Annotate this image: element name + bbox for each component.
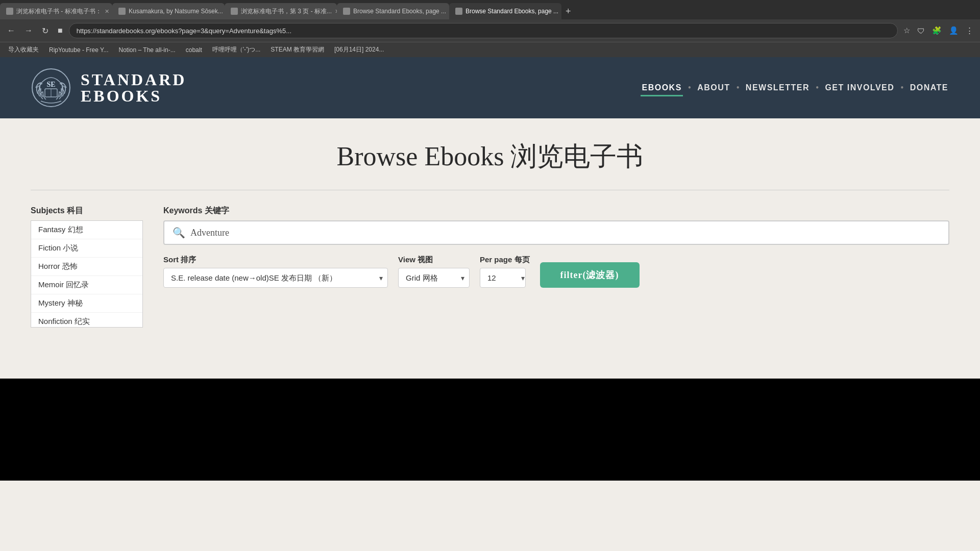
nav-dot-2: •	[737, 83, 740, 93]
nav-get-involved[interactable]: GET INVOLVED	[824, 81, 895, 94]
divider	[31, 190, 949, 190]
tab-favicon-3	[231, 8, 238, 15]
forward-button[interactable]: →	[21, 24, 36, 37]
browser-tab-1[interactable]: 浏览标准电子书 - 标准电子书： ✕	[0, 3, 112, 19]
nav-dot-4: •	[900, 83, 903, 93]
bookmarks-bar: 导入收藏夹 RipYoutube - Free Y... Notion – Th…	[0, 42, 980, 57]
sort-select[interactable]: S.E. release date (new→old)SE 发布日期 （新） S…	[163, 268, 388, 288]
nav-ebooks[interactable]: EBOOKS	[641, 81, 682, 94]
keywords-label: Keywords 关键字	[163, 206, 949, 216]
tab-label-1: 浏览标准电子书 - 标准电子书：	[16, 7, 102, 16]
menu-button[interactable]: ⋮	[963, 24, 976, 37]
search-icon: 🔍	[173, 227, 185, 239]
tab-favicon-2	[118, 8, 126, 15]
bookmark-star-button[interactable]: ☆	[901, 24, 913, 37]
logo-emblem: SE	[31, 67, 71, 108]
address-bar[interactable]	[69, 23, 898, 38]
site-header: SE STANDARD EBOOKS EBOOKS • ABOUT • NEWS…	[0, 57, 980, 118]
subjects-list-container[interactable]: Fantasy 幻想 Fiction 小说 Horror 恐怖 Memoir 回…	[31, 220, 143, 328]
tab-favicon-4	[343, 8, 350, 15]
browser-tab-3[interactable]: 浏览标准电子书，第 3 页 - 标准... ✕	[225, 3, 337, 19]
logo-link[interactable]: SE STANDARD EBOOKS	[31, 67, 186, 108]
subject-item-nonfiction[interactable]: Nonfiction 纪实	[31, 313, 142, 328]
logo-line2: EBOOKS	[81, 88, 186, 104]
subjects-list: Fantasy 幻想 Fiction 小说 Horror 恐怖 Memoir 回…	[31, 221, 142, 328]
subject-item-fantasy[interactable]: Fantasy 幻想	[31, 221, 142, 239]
bookmark-4[interactable]: cobalt	[182, 45, 206, 55]
extensions-button[interactable]: 🧩	[929, 24, 944, 37]
subject-item-horror[interactable]: Horror 恐怖	[31, 258, 142, 276]
subject-item-fiction[interactable]: Fiction 小说	[31, 239, 142, 258]
home-button[interactable]: ■	[55, 24, 66, 37]
main-nav: EBOOKS • ABOUT • NEWSLETTER • GET INVOLV…	[641, 81, 949, 94]
view-select-wrapper: Grid 网格 List 列表	[398, 268, 470, 288]
perpage-select-wrapper: 12 24 48	[480, 268, 530, 288]
browser-tab-4[interactable]: Browse Standard Ebooks, page ... ✕	[337, 3, 449, 19]
bottom-black-section	[0, 379, 980, 481]
search-input[interactable]	[190, 228, 940, 238]
subjects-label: Subjects 科目	[31, 206, 143, 216]
sort-select-wrapper: S.E. release date (new→old)SE 发布日期 （新） S…	[163, 268, 388, 288]
bookmark-6[interactable]: STEAM 教育學習網	[266, 44, 328, 55]
filter-area: Subjects 科目 Fantasy 幻想 Fiction 小说 Horror…	[31, 206, 949, 328]
sort-label: Sort 排序	[163, 255, 388, 265]
right-panel: Keywords 关键字 🔍 Sort 排序 S.E. release date…	[163, 206, 949, 288]
tab-close-3[interactable]: ✕	[335, 8, 337, 15]
browser-chrome: 浏览标准电子书 - 标准电子书： ✕ Kusamakura, by Natsum…	[0, 0, 980, 57]
bookmark-5[interactable]: 呼哩呼哩（'-')つ...	[208, 44, 265, 55]
tab-label-3: 浏览标准电子书，第 3 页 - 标准...	[241, 7, 332, 16]
page-content: SE STANDARD EBOOKS EBOOKS • ABOUT • NEWS…	[0, 57, 980, 481]
nav-about[interactable]: ABOUT	[696, 81, 731, 94]
tab-close-1[interactable]: ✕	[105, 8, 109, 15]
view-select[interactable]: Grid 网格 List 列表	[398, 268, 470, 288]
tab-favicon-5	[455, 8, 462, 15]
tab-label-2: Kusamakura, by Natsume Sōsek...	[129, 8, 223, 15]
subject-item-mystery[interactable]: Mystery 神秘	[31, 294, 142, 313]
filter-button-text-paren: (滤波器)	[583, 269, 619, 281]
filter-button[interactable]: filter(滤波器)	[540, 262, 640, 288]
view-group: View 视图 Grid 网格 List 列表	[398, 255, 470, 288]
main-content: Browse Ebooks 浏览电子书 Subjects 科目 Fantasy …	[0, 118, 980, 348]
svg-text:SE: SE	[46, 81, 55, 88]
view-label: View 视图	[398, 255, 470, 265]
perpage-select[interactable]: 12 24 48	[480, 268, 526, 288]
shield-button[interactable]: 🛡	[915, 24, 927, 37]
bookmark-7[interactable]: [06月14日] 2024...	[330, 44, 388, 55]
nav-newsletter[interactable]: NEWSLETTER	[745, 81, 811, 94]
new-tab-button[interactable]: +	[561, 6, 575, 17]
logo-line1: STANDARD	[81, 71, 186, 88]
toolbar-icons: ☆ 🛡 🧩 👤 ⋮	[901, 24, 976, 37]
browser-tab-2[interactable]: Kusamakura, by Natsume Sōsek... ✕	[112, 3, 225, 19]
perpage-group: Per page 每页 12 24 48	[480, 255, 530, 288]
controls-row: Sort 排序 S.E. release date (new→old)SE 发布…	[163, 255, 949, 288]
tab-label-5: Browse Standard Ebooks, page ...	[465, 8, 558, 15]
sort-group: Sort 排序 S.E. release date (new→old)SE 发布…	[163, 255, 388, 288]
subjects-section: Subjects 科目 Fantasy 幻想 Fiction 小说 Horror…	[31, 206, 143, 328]
browser-tabs: 浏览标准电子书 - 标准电子书： ✕ Kusamakura, by Natsum…	[0, 0, 980, 19]
profile-button[interactable]: 👤	[946, 24, 961, 37]
reload-button[interactable]: ↻	[39, 24, 52, 38]
tab-favicon-1	[6, 8, 13, 15]
back-button[interactable]: ←	[4, 24, 18, 37]
page-title: Browse Ebooks 浏览电子书	[31, 139, 949, 174]
perpage-label: Per page 每页	[480, 255, 530, 265]
tab-label-4: Browse Standard Ebooks, page ...	[353, 8, 446, 15]
bookmark-1[interactable]: 导入收藏夹	[4, 44, 43, 55]
nav-dot-3: •	[816, 83, 819, 93]
subject-item-memoir[interactable]: Memoir 回忆录	[31, 276, 142, 294]
filter-button-text-normal: filter	[560, 270, 583, 281]
search-box: 🔍	[163, 220, 949, 245]
nav-donate[interactable]: DONATE	[909, 81, 949, 94]
bookmark-2[interactable]: RipYoutube - Free Y...	[45, 45, 113, 55]
logo-text: STANDARD EBOOKS	[81, 71, 186, 104]
browser-tab-5[interactable]: Browse Standard Ebooks, page ... ✕	[449, 3, 561, 19]
bookmark-3[interactable]: Notion – The all-in-...	[115, 45, 180, 55]
browser-toolbar: ← → ↻ ■ ☆ 🛡 🧩 👤 ⋮	[0, 19, 980, 42]
nav-dot-1: •	[688, 83, 691, 93]
